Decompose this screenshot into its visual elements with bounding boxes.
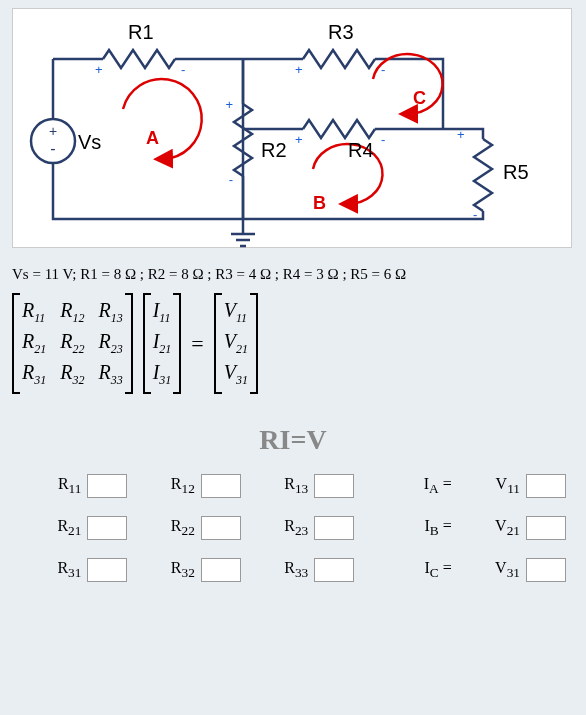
- label-v11: V11: [458, 475, 520, 497]
- svg-text:+: +: [225, 97, 233, 112]
- answer-grid: R11 R12 R13 IA = V11 R21 R22 R23 IB = V2…: [20, 474, 566, 582]
- label-r31: R31: [20, 559, 81, 581]
- input-r21[interactable]: [87, 516, 127, 540]
- svg-text:+: +: [95, 62, 103, 77]
- svg-text:+: +: [295, 62, 303, 77]
- label-r32: R32: [133, 559, 194, 581]
- svg-text:-: -: [50, 140, 55, 157]
- label-ia: IA =: [386, 475, 451, 497]
- label-r3: R3: [328, 21, 354, 43]
- svg-text:-: -: [381, 62, 385, 77]
- input-r31[interactable]: [87, 558, 127, 582]
- input-r12[interactable]: [201, 474, 241, 498]
- svg-text:+: +: [457, 127, 465, 142]
- input-r32[interactable]: [201, 558, 241, 582]
- parameters-line: Vs = 11 V; R1 = 8 Ω ; R2 = 8 Ω ; R3 = 4 …: [12, 266, 574, 283]
- svg-text:-: -: [473, 207, 477, 222]
- input-r22[interactable]: [201, 516, 241, 540]
- input-r33[interactable]: [314, 558, 354, 582]
- label-r23: R23: [247, 517, 308, 539]
- input-r11[interactable]: [87, 474, 127, 498]
- matrix-equation: R11R12R13 R21R22R23 R31R32R33 I11 I21 I3…: [12, 293, 574, 394]
- loop-a: A: [146, 128, 159, 148]
- label-v31: V31: [458, 559, 520, 581]
- loop-b: B: [313, 193, 326, 213]
- label-v21: V21: [458, 517, 520, 539]
- input-r23[interactable]: [314, 516, 354, 540]
- input-r13[interactable]: [314, 474, 354, 498]
- label-r11: R11: [20, 475, 81, 497]
- label-r1: R1: [128, 21, 154, 43]
- label-r21: R21: [20, 517, 81, 539]
- svg-text:-: -: [229, 172, 233, 187]
- matrix-v: V11 V21 V31: [214, 293, 258, 394]
- svg-text:-: -: [181, 62, 185, 77]
- label-r2: R2: [261, 139, 287, 161]
- circuit-diagram: + - R1 R3 R2 R4 R5 Vs A B C +- +- +- +- …: [12, 8, 572, 248]
- matrix-r: R11R12R13 R21R22R23 R31R32R33: [12, 293, 133, 394]
- section-title: RI=V: [0, 424, 586, 456]
- matrix-i: I11 I21 I31: [143, 293, 182, 394]
- label-ib: IB =: [386, 517, 451, 539]
- svg-text:-: -: [381, 132, 385, 147]
- label-r12: R12: [133, 475, 194, 497]
- input-v11[interactable]: [526, 474, 566, 498]
- svg-text:+: +: [49, 123, 57, 139]
- label-r5: R5: [503, 161, 529, 183]
- label-vs: Vs: [78, 131, 101, 153]
- circuit-svg: + - R1 R3 R2 R4 R5 Vs A B C +- +- +- +- …: [13, 9, 573, 249]
- loop-c: C: [413, 88, 426, 108]
- label-ic: IC =: [386, 559, 451, 581]
- label-r4: R4: [348, 139, 374, 161]
- svg-text:+: +: [295, 132, 303, 147]
- equals-sign: =: [191, 331, 203, 357]
- input-v21[interactable]: [526, 516, 566, 540]
- label-r33: R33: [247, 559, 308, 581]
- label-r22: R22: [133, 517, 194, 539]
- input-v31[interactable]: [526, 558, 566, 582]
- label-r13: R13: [247, 475, 308, 497]
